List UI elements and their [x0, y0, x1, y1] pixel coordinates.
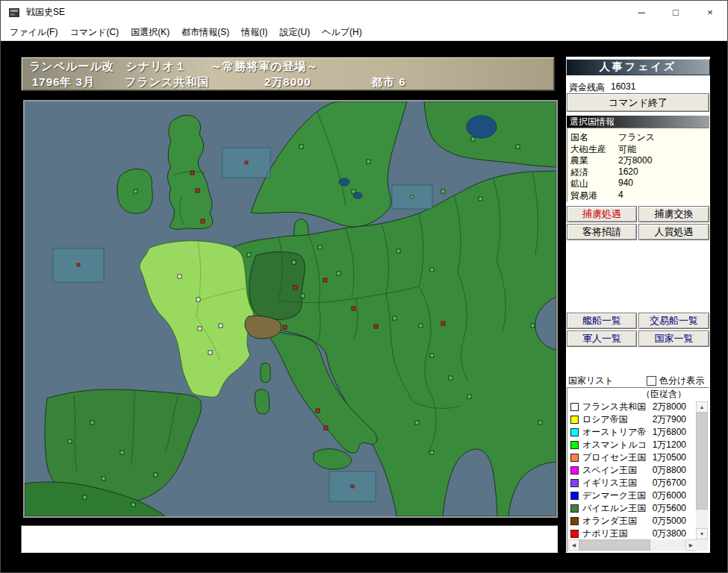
app-icon: [8, 7, 20, 19]
message-area: [21, 525, 558, 553]
command-sidebar: 人事フェイズ 資金残高 16031 コマンド終了 選択国情報 国名 フランス 大…: [566, 57, 710, 553]
nation-row[interactable]: バイエルン王国 0万5600: [567, 502, 709, 515]
info-value: 2万8000: [618, 154, 652, 166]
nation-name: バイエルン王国: [582, 502, 646, 515]
info-row: 農業 2万8000: [567, 154, 709, 166]
nation-row[interactable]: イギリス王国 0万6700: [567, 477, 709, 489]
nation-row[interactable]: ナポリ王国 0万3800: [567, 527, 709, 540]
nation-row[interactable]: ロシア帝国 2万7900: [567, 413, 709, 426]
funds-label: 資金残高: [569, 82, 605, 93]
nation-row[interactable]: スペイン王国 0万8800: [567, 464, 709, 477]
selected-nation-info-header: 選択国情報: [567, 116, 709, 128]
info-label: 国名: [570, 131, 618, 143]
nation-name: スペイン王国: [582, 464, 637, 477]
title-bar: 戦国史SE ─ □ ×: [1, 1, 727, 24]
info-label: 貿易港: [570, 190, 618, 201]
funds-row: 資金残高 16031: [569, 81, 605, 94]
nation-color-swatch: [570, 530, 579, 538]
hostage-treatment-button[interactable]: 人質処遇: [638, 224, 709, 240]
info-label: 大砲生産: [570, 143, 618, 155]
info-label: 経済: [570, 166, 618, 178]
nation-color-swatch: [570, 517, 579, 525]
trade-ship-list-button[interactable]: 交易船一覧: [638, 313, 709, 329]
warship-list-button[interactable]: 艦船一覧: [567, 313, 637, 329]
nation-color-swatch: [570, 454, 579, 462]
land-corsica: [261, 363, 270, 383]
nation-name: オランダ王国: [582, 515, 637, 527]
menu-command[interactable]: コマンド(C): [63, 24, 125, 40]
info-row: 鉱山 940: [567, 178, 709, 190]
nation-row[interactable]: オーストリア帝 1万6800: [567, 426, 709, 439]
menu-nation-select[interactable]: 国選択(K): [125, 24, 175, 40]
nation-row[interactable]: プロイセン王国 1万0500: [567, 451, 709, 464]
info-value: 1620: [618, 166, 638, 178]
menu-info[interactable]: 情報(I): [235, 24, 273, 40]
invite-guest-general-button[interactable]: 客将招請: [567, 224, 637, 240]
europe-map[interactable]: [25, 101, 556, 516]
scroll-up-icon[interactable]: ▲: [696, 401, 708, 413]
nation-name: プロイセン王国: [582, 451, 646, 464]
nation-value: 1万6800: [653, 426, 686, 439]
minimize-button[interactable]: ─: [624, 1, 659, 24]
nation-value: 0万5600: [653, 502, 686, 515]
nation-population: 2万8000: [264, 75, 311, 90]
hscroll-thumb[interactable]: [579, 539, 650, 551]
scroll-left-icon[interactable]: ◀: [568, 539, 579, 551]
info-row: 経済 1620: [567, 166, 709, 178]
nation-name: フランス共和国: [582, 401, 646, 413]
funds-value: 16031: [611, 81, 671, 92]
nation-color-swatch: [570, 504, 579, 513]
nation-row[interactable]: オスマントルコ 1万1200: [567, 439, 709, 451]
vscroll-thumb[interactable]: [696, 413, 708, 510]
scenario-banner: ランペルール改 シナリオ１ ～常勝将軍の登場～ 1796年 3月 フランス共和国…: [21, 57, 555, 91]
nation-list-button[interactable]: 国家一覧: [638, 331, 709, 347]
officer-list-button[interactable]: 軍人一覧: [567, 331, 637, 347]
nation-row[interactable]: デンマーク王国 0万6000: [567, 489, 709, 502]
nation-value: 0万5000: [653, 515, 686, 527]
nation-color-swatch: [570, 441, 579, 449]
fleet-marker: [411, 195, 414, 198]
hscroll-track[interactable]: [650, 539, 685, 551]
nation-value: 0万6000: [653, 489, 686, 502]
fleet-marker: [245, 161, 248, 164]
nation-list-vscrollbar[interactable]: ▲ ▼: [696, 401, 708, 539]
info-value: 4: [618, 190, 623, 201]
menu-settings[interactable]: 設定(U): [274, 24, 317, 40]
nation-row[interactable]: オランダ王国 0万5000: [567, 515, 709, 527]
selected-nation-info-box: 国名 フランス 大砲生産 可能 農業 2万8000 経済 1620 鉱山 940…: [567, 128, 709, 202]
info-label: 鉱山: [570, 178, 618, 190]
map-frame: [23, 100, 558, 518]
info-row: 国名 フランス: [567, 131, 709, 143]
scenario-title: ランペルール改 シナリオ１ ～常勝将軍の登場～: [29, 60, 319, 74]
end-command-button[interactable]: コマンド終了: [567, 93, 709, 112]
menu-help[interactable]: ヘルプ(H): [316, 24, 368, 40]
nation-value: 2万8000: [653, 401, 686, 413]
scroll-right-icon[interactable]: ▶: [685, 539, 697, 551]
nation-name: イギリス王国: [582, 477, 637, 489]
window-title: 戦国史SE: [26, 6, 65, 19]
nation-value: 0万6700: [653, 477, 686, 489]
color-coding-label[interactable]: 色分け表示: [659, 375, 704, 387]
scrollbar-corner: [696, 539, 708, 551]
prisoner-exchange-button[interactable]: 捕虜交換: [638, 206, 709, 222]
nation-value: 0万8800: [653, 464, 686, 477]
close-button[interactable]: ×: [693, 1, 727, 24]
nation-list-hscrollbar[interactable]: ◀ ▶: [568, 539, 697, 551]
nation-name: ロシア帝国: [582, 413, 628, 426]
nation-color-swatch: [570, 466, 579, 475]
nation-value: 0万3800: [653, 527, 686, 540]
nation-list-column-header: （臣従含）: [567, 388, 709, 401]
menu-file[interactable]: ファイル(F): [4, 24, 63, 40]
color-coding-checkbox[interactable]: [647, 376, 656, 386]
fleet-marker: [77, 263, 80, 266]
menu-city-info[interactable]: 都市情報(S): [175, 24, 235, 40]
nation-value: 2万7900: [653, 413, 686, 426]
info-value: 可能: [618, 143, 636, 155]
nation-row[interactable]: フランス共和国 2万8000: [567, 401, 709, 413]
scroll-down-icon[interactable]: ▼: [696, 528, 708, 539]
prisoner-treatment-button[interactable]: 捕虜処遇: [567, 206, 637, 222]
window-controls: ─ □ ×: [624, 1, 727, 24]
info-value: 940: [618, 178, 633, 190]
app-window: 戦国史SE ─ □ × ファイル(F) コマンド(C) 国選択(K) 都市情報(…: [0, 0, 728, 573]
maximize-button[interactable]: □: [659, 1, 693, 24]
